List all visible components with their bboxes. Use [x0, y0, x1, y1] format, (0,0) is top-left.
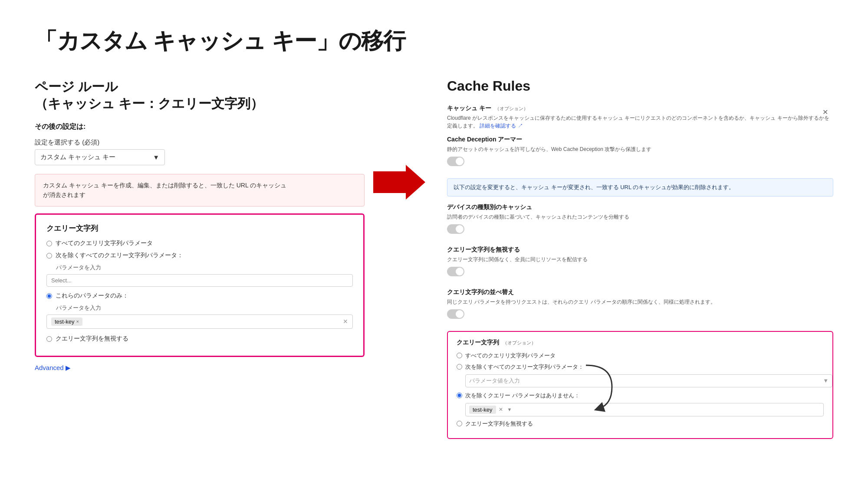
cache-key-close-icon[interactable]: ✕ [822, 108, 828, 116]
right-query-badge: （オプション） [503, 340, 536, 345]
right-select-placeholder: パラメータ値を入力 [469, 377, 520, 385]
page-container: 「カスタム キャッシュ キー」の移行 ページ ルール（キャッシュ キー：クエリー… [0, 0, 868, 488]
device-cache-section: デバイスの種類別のキャッシュ 訪問者のデバイスの種類に基づいて、キャッシュされた… [447, 203, 833, 242]
left-radio-row-3[interactable]: これらのパラメータのみ： [46, 292, 353, 300]
cache-key-section: キャッシュ キー （オプション） Cloudflare がレスポンスをキャッシュ… [447, 105, 833, 130]
left-tag-input[interactable]: test-key × ✕ [46, 314, 353, 329]
right-tag: test-key [469, 406, 496, 414]
query-sort-section: クエリ文字列の並べ替え 同じクエリ パラメータを持つリクエストは、それらのクエリ… [447, 288, 833, 327]
right-radio-3-label: 次を除くクエリー パラメータはありません： [465, 392, 580, 400]
advanced-link-text: Advanced [35, 364, 64, 371]
left-radio-row-2[interactable]: 次を除くすべてのクエリー文字列パラメータ： [46, 252, 353, 259]
warning-box: カスタム キャッシュ キーを作成、編集、または削除すると、一致した URL のキ… [35, 174, 365, 206]
device-cache-desc: 訪問者のデバイスの種類に基づいて、キャッシュされたコンテンツを分離する [447, 213, 833, 221]
right-panel: Cache Rules キャッシュ キー （オプション） Cloudflare … [434, 78, 833, 439]
left-tag-close-icon[interactable]: × [76, 319, 79, 324]
right-panel-title: Cache Rules [447, 78, 833, 94]
cache-deception-toggle[interactable]: ✕ [447, 157, 464, 166]
right-radio-2-label: 次を除くすべてのクエリー文字列パラメータ： [465, 363, 584, 371]
left-radio-row-1[interactable]: すべてのクエリリ文字列パラメータ [46, 239, 353, 247]
cache-key-learn-more-link[interactable]: 詳細を確認する ↗ [480, 123, 523, 129]
right-radio-3[interactable] [457, 393, 462, 398]
left-radio-row-4[interactable]: クエリー文字列を無視する [46, 335, 353, 343]
right-tag-chevron-icon: ▼ [507, 407, 512, 412]
right-tag-value: test-key [473, 406, 493, 413]
main-title: 「カスタム キャッシュ キー」の移行 [35, 26, 833, 56]
right-query-box: クエリー文字列 （オプション） すべてのクエリリ文字列パラメータ 次を除くすべて… [447, 331, 833, 439]
left-panel: ページ ルール（キャッシュ キー：クエリー文字列） その後の設定は: 設定を選択… [35, 78, 365, 372]
cache-key-badge: （オプション） [495, 106, 528, 111]
right-tag-input[interactable]: test-key ✕ ▼ [465, 403, 824, 416]
cache-deception-section: Cache Deception アーマー 静的アセットのキャッシュを許可しながら… [447, 136, 833, 174]
device-cache-title: デバイスの種類別のキャッシュ [447, 203, 833, 211]
cache-key-desc: Cloudflare がレスポンスをキャッシュに保存するために使用するキャッシュ… [447, 114, 833, 130]
left-radio-3-sublabel: パラメータを入力 [56, 304, 353, 312]
query-ignore-title: クエリー文字列を無視する [447, 246, 833, 254]
arrow-container [365, 78, 434, 200]
left-radio-1-label: すべてのクエリリ文字列パラメータ [56, 239, 153, 247]
svg-marker-0 [373, 165, 425, 200]
left-select-input[interactable] [46, 274, 353, 287]
left-radio-2[interactable] [46, 253, 52, 259]
query-sort-title: クエリ文字列の並べ替え [447, 288, 833, 296]
right-radio-1-label: すべてのクエリリ文字列パラメータ [465, 352, 556, 360]
query-ignore-x-icon: ✕ [458, 269, 462, 274]
content-row: ページ ルール（キャッシュ キー：クエリー文字列） その後の設定は: 設定を選択… [35, 78, 833, 439]
query-ignore-section: クエリー文字列を無視する クエリー文字列に関係なく、全員に同じリソースを配信する… [447, 246, 833, 284]
device-toggle-x-icon: ✕ [458, 226, 462, 231]
left-radio-3-label: これらのパラメータのみ： [56, 292, 128, 300]
left-tag-input-clear-icon[interactable]: ✕ [343, 318, 348, 325]
warning-text: カスタム キャッシュ キーを作成、編集、または削除すると、一致した URL のキ… [43, 182, 286, 198]
right-arrow-icon [373, 165, 425, 200]
section-title: ページ ルール（キャッシュ キー：クエリー文字列） [35, 78, 365, 112]
right-radio-row-2[interactable]: 次を除くすべてのクエリー文字列パラメータ： [457, 363, 824, 371]
left-query-title: クエリー文字列 [46, 223, 353, 233]
select-value: カスタム キャッシュ キー [40, 153, 115, 161]
cache-deception-desc: 静的アセットのキャッシュを許可しながら、Web Cache Deception … [447, 145, 833, 153]
right-select-chevron-icon: ▼ [823, 377, 829, 384]
left-radio-2-label: 次を除くすべてのクエリー文字列パラメータ： [56, 252, 183, 259]
device-cache-toggle[interactable]: ✕ [447, 224, 464, 234]
right-radio-1[interactable] [457, 353, 462, 358]
right-query-title: クエリー文字列 （オプション） [457, 339, 824, 347]
left-radio-4-label: クエリー文字列を無視する [56, 335, 128, 343]
right-radio-2[interactable] [457, 364, 462, 370]
left-radio-2-sublabel: パラメータを入力 [56, 264, 353, 272]
right-radio-row-4[interactable]: クエリー文字列を無視する [457, 420, 824, 428]
query-sort-x-icon: ✕ [458, 311, 462, 316]
select-arrow-icon: ▼ [153, 154, 159, 161]
cache-deception-title: Cache Deception アーマー [447, 136, 833, 144]
select-group: 設定を選択する (必須) カスタム キャッシュ キー ▼ [35, 138, 365, 165]
left-tag: test-key × [51, 318, 82, 326]
select-label: 設定を選択する (必須) [35, 138, 365, 147]
custom-cache-key-select[interactable]: カスタム キャッシュ キー ▼ [35, 149, 165, 165]
left-radio-4[interactable] [46, 336, 52, 342]
info-banner: 以下の設定を変更すると、キャッシュ キーが変更され、一致する URL のキャッシ… [447, 178, 833, 197]
after-settings-label: その後の設定は: [35, 122, 365, 131]
advanced-link[interactable]: Advanced ▶ [35, 364, 365, 372]
query-sort-desc: 同じクエリ パラメータを持つリクエストは、それらのクエリ パラメータの順序に関係… [447, 298, 833, 306]
right-radio-row-1[interactable]: すべてのクエリリ文字列パラメータ [457, 352, 824, 360]
left-tag-value: test-key [55, 318, 75, 325]
right-select-wrapper[interactable]: パラメータ値を入力 ▼ [465, 374, 832, 387]
query-ignore-toggle[interactable]: ✕ [447, 267, 464, 276]
right-tag-x-icon[interactable]: ✕ [499, 406, 503, 413]
chevron-right-icon: ▶ [66, 364, 71, 372]
left-radio-3[interactable] [46, 293, 52, 299]
query-sort-toggle[interactable]: ✕ [447, 309, 464, 319]
right-radio-row-3[interactable]: 次を除くクエリー パラメータはありません： [457, 392, 824, 400]
toggle-x-icon: ✕ [458, 159, 462, 164]
cache-key-title: キャッシュ キー （オプション） [447, 105, 833, 112]
curved-arrow-icon [582, 361, 616, 413]
left-query-box: クエリー文字列 すべてのクエリリ文字列パラメータ 次を除くすべてのクエリー文字列… [35, 213, 365, 357]
right-radio-4[interactable] [457, 421, 462, 426]
right-radio-4-label: クエリー文字列を無視する [465, 420, 533, 428]
query-ignore-desc: クエリー文字列に関係なく、全員に同じリソースを配信する [447, 255, 833, 263]
left-radio-1[interactable] [46, 241, 52, 246]
